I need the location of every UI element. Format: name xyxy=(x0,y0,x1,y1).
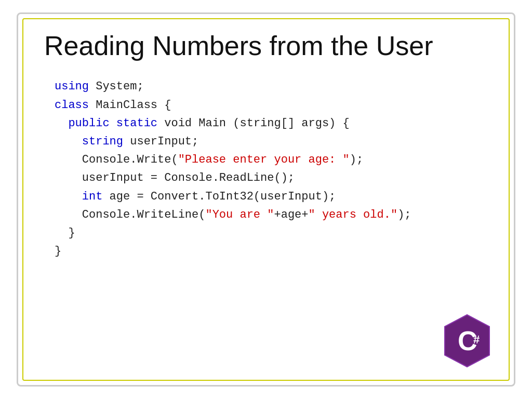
code-block: using System; class MainClass { public s… xyxy=(55,77,488,260)
code-line-10: } xyxy=(55,242,488,260)
code-line-8: Console.WriteLine("You are "+age+" years… xyxy=(55,206,488,224)
code-line-7: int age = Convert.ToInt32(userInput); xyxy=(55,188,488,206)
slide: Reading Numbers from the User using Syst… xyxy=(17,12,515,387)
keyword-using: using xyxy=(55,80,89,93)
csharp-logo: C # xyxy=(441,312,493,369)
code-line-2: class MainClass { xyxy=(55,96,488,114)
code-line-6: userInput = Console.ReadLine(); xyxy=(55,169,488,187)
hash-symbol: # xyxy=(473,333,480,346)
string-years-old: " years old." xyxy=(309,208,398,221)
keyword-int: int xyxy=(82,190,103,203)
string-you-are: "You are " xyxy=(205,208,274,221)
string-please-enter: "Please enter your age: " xyxy=(178,153,350,166)
code-line-4: string userInput; xyxy=(55,132,488,151)
code-line-3: public static void Main (string[] args) … xyxy=(55,114,488,132)
code-line-5: Console.Write("Please enter your age: ")… xyxy=(55,151,488,169)
keyword-class: class xyxy=(55,99,89,112)
csharp-logo-svg: C # xyxy=(441,312,493,369)
code-line-9: } xyxy=(55,224,488,242)
slide-title: Reading Numbers from the User xyxy=(44,30,488,62)
keyword-public: public xyxy=(68,117,109,130)
keyword-static: static xyxy=(116,117,157,130)
keyword-string-1: string xyxy=(82,135,123,148)
code-line-1: using System; xyxy=(55,77,488,96)
